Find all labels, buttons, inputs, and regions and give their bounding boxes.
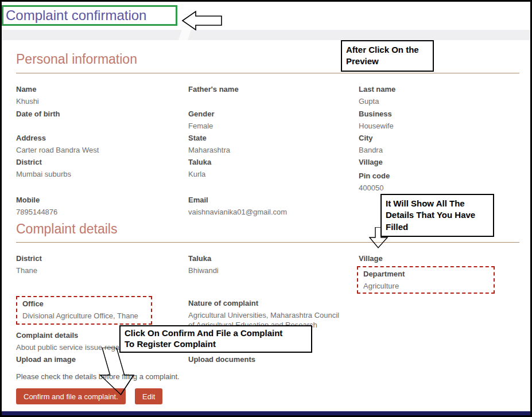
field-label: City <box>359 134 383 143</box>
field-complaint-taluka: Taluka Bhiwandi <box>188 254 219 276</box>
field-label: Mobile <box>16 196 57 205</box>
field-last-name: Last name Gupta <box>359 85 395 107</box>
field-office: Office Divisional Agriculture Office, Th… <box>17 297 151 324</box>
field-label: District <box>16 254 42 264</box>
field-label: Last name <box>359 85 395 95</box>
field-label: Office <box>22 299 146 309</box>
complaint-confirmation-page: Complaint confirmation Personal informat… <box>0 0 532 417</box>
field-upload-documents: Upload documents <box>188 355 255 367</box>
field-label: Name <box>16 85 39 95</box>
field-address: Address Carter road Bandra West <box>16 134 99 155</box>
field-value: Female <box>188 122 215 131</box>
field-village: Village <box>359 158 383 170</box>
complaint-section-divider <box>16 242 519 243</box>
annotation-shows-all-details: It Will Show All The Details That You Ha… <box>380 194 494 237</box>
field-department: Department Agriculture <box>358 267 494 294</box>
page-title: Complaint confirmation <box>3 7 146 24</box>
field-value: Agriculture <box>363 282 488 291</box>
field-value: Gupta <box>359 97 395 107</box>
field-complaint-district: District Thane <box>16 254 42 276</box>
title-highlight-box: Complaint confirmation <box>2 5 177 26</box>
field-label: Village <box>359 254 383 264</box>
field-name: Name Khushi <box>16 85 39 107</box>
field-label: Upload an image <box>16 355 76 365</box>
field-label: Upload documents <box>188 355 255 365</box>
field-value: vaishnavianika01@gmail.com <box>188 208 287 217</box>
left-arrow-icon <box>181 10 224 32</box>
personal-information-heading: Personal information <box>16 52 137 67</box>
field-label: Taluka <box>188 254 219 264</box>
field-value: 400050 <box>359 184 390 193</box>
annotation-after-click-preview: After Click On the Preview <box>341 40 434 72</box>
complaint-details-heading: Complaint details <box>16 221 117 237</box>
field-label: Department <box>363 270 488 279</box>
field-upload-image: Upload an image <box>16 355 76 367</box>
annotation-click-confirm: Click On Confirm And File a Complaint To… <box>119 325 312 353</box>
header-divider-strip <box>2 30 530 40</box>
field-date-of-birth: Date of birth <box>16 110 60 122</box>
field-gender: Gender Female <box>188 110 215 131</box>
bottom-bar <box>2 411 530 415</box>
field-value: Divisional Agriculture Office, Thane <box>22 311 146 321</box>
field-value: Kurla <box>188 170 211 180</box>
field-city: City Bandra <box>359 134 383 155</box>
field-value: Carter road Bandra West <box>16 146 99 155</box>
field-value: Bhiwandi <box>188 266 219 276</box>
field-label: Nature of complaint <box>188 299 344 309</box>
field-pin-code: Pin code 400050 <box>359 172 390 193</box>
field-label: Gender <box>188 110 215 119</box>
field-taluka: Taluka Kurla <box>188 158 211 180</box>
field-label: Business <box>359 110 394 119</box>
field-complaint-village: Village <box>359 254 383 266</box>
annotation-line: Click On Confirm And File a Complaint <box>125 328 307 339</box>
field-value: Housewife <box>359 122 394 131</box>
field-label: Father's name <box>188 85 239 95</box>
field-label: Email <box>188 196 287 205</box>
field-business: Business Housewife <box>359 110 394 131</box>
office-highlight-box: Office Divisional Agriculture Office, Th… <box>16 296 152 325</box>
field-value: Maharashtra <box>188 146 230 155</box>
personal-section-divider <box>16 73 519 73</box>
field-label: Taluka <box>188 158 211 167</box>
field-value: 7895144876 <box>16 208 57 217</box>
field-father-name: Father's name <box>188 85 239 97</box>
annotation-line: To Register Complaint <box>125 339 307 350</box>
field-label: Address <box>16 134 99 143</box>
field-value: Thane <box>16 266 42 276</box>
field-value: Khushi <box>16 97 39 107</box>
field-label: District <box>16 158 71 167</box>
field-value: Bandra <box>359 146 383 155</box>
field-email: Email vaishnavianika01@gmail.com <box>188 196 287 217</box>
field-state: State Maharashtra <box>188 134 230 155</box>
field-district: District Mumbai suburbs <box>16 158 71 180</box>
field-label: State <box>188 134 230 143</box>
field-label: Village <box>359 158 383 167</box>
field-mobile: Mobile 7895144876 <box>16 196 57 217</box>
down-arrow-icon <box>368 227 389 250</box>
field-label: Date of birth <box>16 110 60 119</box>
field-label: Pin code <box>359 172 390 181</box>
department-highlight-box: Department Agriculture <box>357 266 495 294</box>
field-value: Mumbai suburbs <box>16 170 71 180</box>
